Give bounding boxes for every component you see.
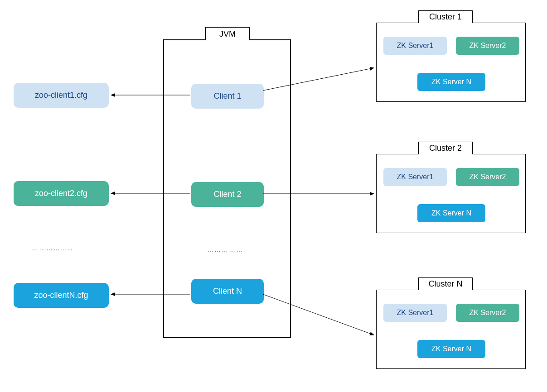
cluster-n-server-n: ZK Server N <box>417 340 485 358</box>
client-1: Client 1 <box>191 84 264 109</box>
cluster-n-server-n-label: ZK Server N <box>431 345 471 353</box>
client-1-label: Client 1 <box>213 91 241 101</box>
cluster-n-server-2-label: ZK Server2 <box>470 309 506 317</box>
cluster-n-server-1: ZK Server1 <box>383 304 447 322</box>
cluster-2-server-n: ZK Server N <box>417 204 485 222</box>
cluster-1-server-n: ZK Server N <box>417 73 485 91</box>
cluster-1: Cluster 1 ZK Server1 ZK Server2 ZK Serve… <box>376 23 526 102</box>
client-2: Client 2 <box>191 182 264 207</box>
cluster-2-server-2-label: ZK Server2 <box>470 173 506 181</box>
cluster-1-server-2: ZK Server2 <box>456 37 519 55</box>
cluster-1-server-2-label: ZK Server2 <box>470 42 506 50</box>
cluster-2-label: Cluster 2 <box>429 143 462 153</box>
config-file-1-label: zoo-client1.cfg <box>35 91 87 100</box>
cluster-2-server-1-label: ZK Server1 <box>397 173 434 181</box>
cluster-n-label: Cluster N <box>428 279 462 289</box>
client-n: Client N <box>191 279 264 304</box>
cluster-n-tab: Cluster N <box>418 277 473 290</box>
cluster-1-server-1-label: ZK Server1 <box>397 42 434 50</box>
config-file-1: zoo-client1.cfg <box>14 83 109 108</box>
cluster-2-server-2: ZK Server2 <box>456 168 519 186</box>
client-n-label: Client N <box>213 287 242 296</box>
cluster-1-server-n-label: ZK Server N <box>431 78 471 86</box>
cluster-2: Cluster 2 ZK Server1 ZK Server2 ZK Serve… <box>376 154 526 233</box>
cluster-2-server-1: ZK Server1 <box>383 168 447 186</box>
client-2-label: Client 2 <box>213 190 241 199</box>
cluster-n-server-2: ZK Server2 <box>456 304 519 322</box>
cluster-2-server-n-label: ZK Server N <box>431 209 471 217</box>
cluster-n: Cluster N ZK Server1 ZK Server2 ZK Serve… <box>376 290 526 369</box>
cluster-1-server-1: ZK Server1 <box>383 37 447 55</box>
configs-ellipsis: …………….. <box>32 244 73 252</box>
cluster-1-label: Cluster 1 <box>429 12 462 22</box>
jvm-container: JVM Client 1 Client 2 …………… Client N <box>163 39 291 338</box>
jvm-ellipsis: …………… <box>207 246 243 253</box>
cluster-2-tab: Cluster 2 <box>418 142 473 154</box>
config-file-2: zoo-client2.cfg <box>14 181 109 206</box>
config-file-n: zoo-clientN.cfg <box>14 283 109 308</box>
cluster-n-server-1-label: ZK Server1 <box>397 309 434 317</box>
config-file-2-label: zoo-client2.cfg <box>35 189 87 198</box>
cluster-1-tab: Cluster 1 <box>418 10 473 23</box>
config-file-n-label: zoo-clientN.cfg <box>34 291 88 300</box>
jvm-label: JVM <box>219 29 236 39</box>
jvm-label-tab: JVM <box>205 27 250 40</box>
